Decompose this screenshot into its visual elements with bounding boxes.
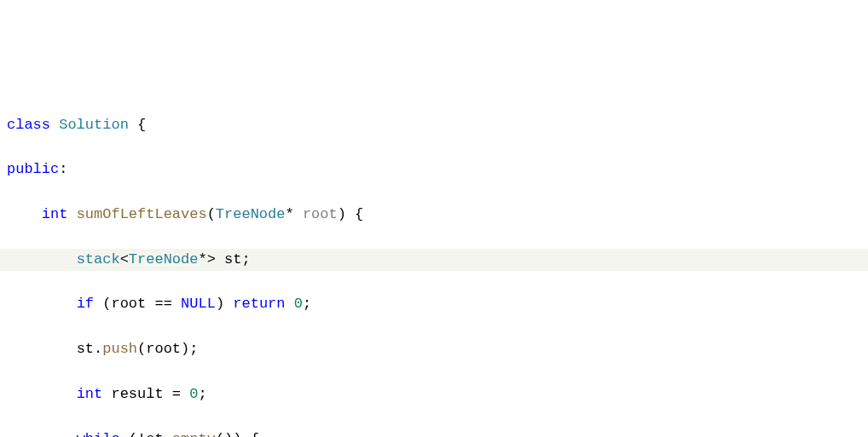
code-line: public: bbox=[0, 158, 868, 181]
null-literal: NULL bbox=[181, 296, 216, 312]
type-treenode: TreeNode bbox=[129, 251, 199, 267]
type-solution: Solution bbox=[59, 117, 129, 133]
var-result: result bbox=[111, 386, 163, 402]
var-st: st bbox=[77, 341, 94, 357]
code-line: while (!st.empty()) { bbox=[0, 428, 868, 437]
num-zero: 0 bbox=[294, 296, 303, 312]
code-line-highlight: stack<TreeNode*> st; bbox=[0, 249, 868, 271]
var-root: root bbox=[146, 341, 181, 357]
param-root: root bbox=[303, 206, 338, 222]
func-push: push bbox=[102, 341, 137, 357]
type-treenode: TreeNode bbox=[216, 206, 286, 222]
type-stack: stack bbox=[77, 251, 120, 267]
var-root: root bbox=[111, 296, 146, 312]
func-empty: empty bbox=[172, 431, 216, 437]
code-line: class Solution { bbox=[0, 114, 868, 136]
keyword-int: int bbox=[77, 386, 103, 402]
keyword-class: class bbox=[7, 117, 50, 133]
keyword-while: while bbox=[77, 431, 120, 437]
var-st: st bbox=[146, 431, 163, 437]
keyword-if: if bbox=[77, 296, 94, 312]
keyword-public: public bbox=[7, 161, 59, 177]
func-name: sumOfLeftLeaves bbox=[77, 206, 207, 222]
code-line: st.push(root); bbox=[0, 338, 868, 360]
code-line: int sumOfLeftLeaves(TreeNode* root) { bbox=[0, 204, 868, 226]
var-st: st bbox=[224, 251, 241, 267]
keyword-int: int bbox=[42, 206, 68, 222]
keyword-return: return bbox=[233, 296, 285, 312]
code-line: int result = 0; bbox=[0, 383, 868, 405]
code-line: if (root == NULL) return 0; bbox=[0, 293, 868, 315]
num-zero: 0 bbox=[189, 386, 198, 402]
code-block: class Solution { public: int sumOfLeftLe… bbox=[0, 89, 868, 437]
